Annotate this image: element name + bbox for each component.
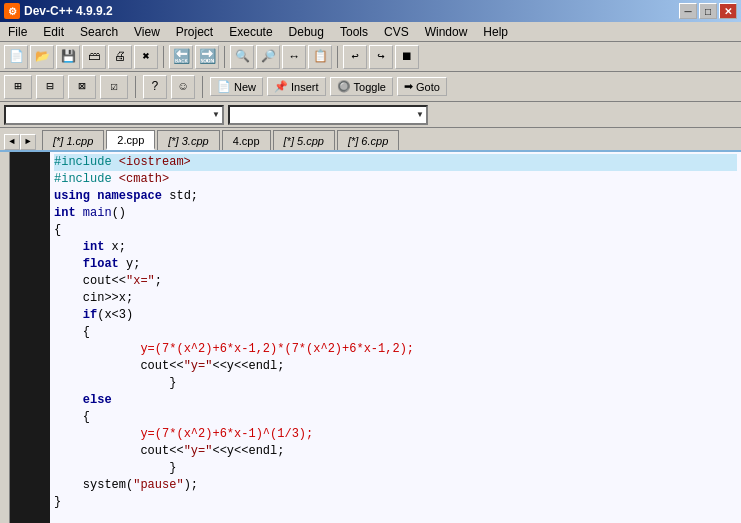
help-btn[interactable]: ? [143,75,167,99]
maximize-button[interactable]: □ [699,3,717,19]
toggle-icon: 🔘 [337,80,351,93]
code-line-19: } [54,460,737,477]
window-controls: ─ □ ✕ [679,3,737,19]
grid-btn3[interactable]: ⊠ [68,75,96,99]
btn15[interactable]: ⏹ [395,45,419,69]
class-dropdown[interactable]: ▼ [4,105,224,125]
toolbar-1: 📄 📂 💾 🗃 🖨 ✖ 🔙 🔜 🔍 🔎 ↔ 📋 ↩ ↪ ⏹ [0,42,741,72]
gutter-line-18 [10,443,50,460]
code-line-11: { [54,324,737,341]
menu-window[interactable]: Window [417,23,476,41]
code-line-17: y=(7*(x^2)+6*x-1)^(1/3); [54,426,737,443]
menu-debug[interactable]: Debug [281,23,332,41]
class-dropdown-arrow: ▼ [212,110,220,119]
menu-file[interactable]: File [0,23,35,41]
app-icon: ⚙ [4,3,20,19]
gutter-line-7 [10,256,50,273]
tab-2cpp[interactable]: 2.cpp [106,130,155,150]
code-line-4: int main() [54,205,737,222]
grid-btn4[interactable]: ☑ [100,75,128,99]
close-button[interactable]: ✕ [719,3,737,19]
btn8[interactable]: 🔜 [195,45,219,69]
gutter-line-10 [10,307,50,324]
menu-help[interactable]: Help [475,23,516,41]
gutter-line-11 [10,324,50,341]
gutter-line-4 [10,205,50,222]
save-btn[interactable]: 💾 [56,45,80,69]
new-icon: 📄 [217,80,231,93]
code-line-12: y=(7*(x^2)+6*x-1,2)*(7*(x^2)+6*x-1,2); [54,341,737,358]
code-line-1: #include <iostream> [54,154,737,171]
code-line-3: using namespace std; [54,188,737,205]
gutter-line-21 [10,494,50,511]
code-line-18: cout<<"y="<<y<<endl; [54,443,737,460]
grid-btn1[interactable]: ⊞ [4,75,32,99]
menu-execute[interactable]: Execute [221,23,280,41]
toggle-button[interactable]: 🔘 Toggle [330,77,393,96]
tab-5cpp[interactable]: [*] 5.cpp [273,130,335,150]
tab-6cpp[interactable]: [*] 6.cpp [337,130,399,150]
menu-bar: File Edit Search View Project Execute De… [0,22,741,42]
code-line-15: else [54,392,737,409]
code-line-10: if(x<3) [54,307,737,324]
new-button[interactable]: 📄 New [210,77,263,96]
app-title: Dev-C++ 4.9.9.2 [24,4,113,18]
menu-project[interactable]: Project [168,23,221,41]
btn12[interactable]: 📋 [308,45,332,69]
menu-view[interactable]: View [126,23,168,41]
toolbar-2: ⊞ ⊟ ⊠ ☑ ? ☺ 📄 New 📌 Insert 🔘 Toggle ➡ Go… [0,72,741,102]
menu-edit[interactable]: Edit [35,23,72,41]
tab-1cpp[interactable]: [*] 1.cpp [42,130,104,150]
menu-tools[interactable]: Tools [332,23,376,41]
code-line-20: system("pause"); [54,477,737,494]
tab-nav: ◄ ► [4,134,36,150]
close-btn2[interactable]: ✖ [134,45,158,69]
gutter-line-6 [10,239,50,256]
title-bar: ⚙ Dev-C++ 4.9.9.2 ─ □ ✕ [0,0,741,22]
tab-3cpp[interactable]: [*] 3.cpp [157,130,219,150]
code-line-14: } [54,375,737,392]
redo-btn[interactable]: ↪ [369,45,393,69]
new-file-btn[interactable]: 📄 [4,45,28,69]
gutter-line-5 [10,222,50,239]
gutter-line-19 [10,460,50,477]
code-line-2: #include <cmath> [54,171,737,188]
gutter-line-16 [10,409,50,426]
open-btn[interactable]: 📂 [30,45,54,69]
tab-4cpp[interactable]: 4.cpp [222,130,271,150]
save-all-btn[interactable]: 🗃 [82,45,106,69]
gutter-line-3 [10,188,50,205]
sep3 [337,46,338,68]
goto-label: Goto [416,81,440,93]
gutter-line-14 [10,375,50,392]
replace-btn[interactable]: ↔ [282,45,306,69]
code-line-5: { [54,222,737,239]
insert-button[interactable]: 📌 Insert [267,77,326,96]
menu-cvs[interactable]: CVS [376,23,417,41]
gutter-line-9 [10,290,50,307]
sep4 [135,76,136,98]
search2-btn[interactable]: 🔎 [256,45,280,69]
btn7[interactable]: 🔙 [169,45,193,69]
code-line-13: cout<<"y="<<y<<endl; [54,358,737,375]
tab-prev-btn[interactable]: ◄ [4,134,20,150]
method-dropdown-arrow: ▼ [416,110,424,119]
gutter-line-8 [10,273,50,290]
print-btn[interactable]: 🖨 [108,45,132,69]
insert-icon: 📌 [274,80,288,93]
undo-btn[interactable]: ↩ [343,45,367,69]
code-line-16: { [54,409,737,426]
minimize-button[interactable]: ─ [679,3,697,19]
goto-button[interactable]: ➡ Goto [397,77,447,96]
grid-btn2[interactable]: ⊟ [36,75,64,99]
code-line-6: int x; [54,239,737,256]
gutter-line-1 [10,154,50,171]
method-dropdown[interactable]: ▼ [228,105,428,125]
menu-search[interactable]: Search [72,23,126,41]
search-btn[interactable]: 🔍 [230,45,254,69]
left-panel [0,152,10,523]
gutter-line-13 [10,358,50,375]
tab-next-btn[interactable]: ► [20,134,36,150]
code-editor[interactable]: #include <iostream> #include <cmath> usi… [50,152,741,523]
smiley-btn[interactable]: ☺ [171,75,195,99]
